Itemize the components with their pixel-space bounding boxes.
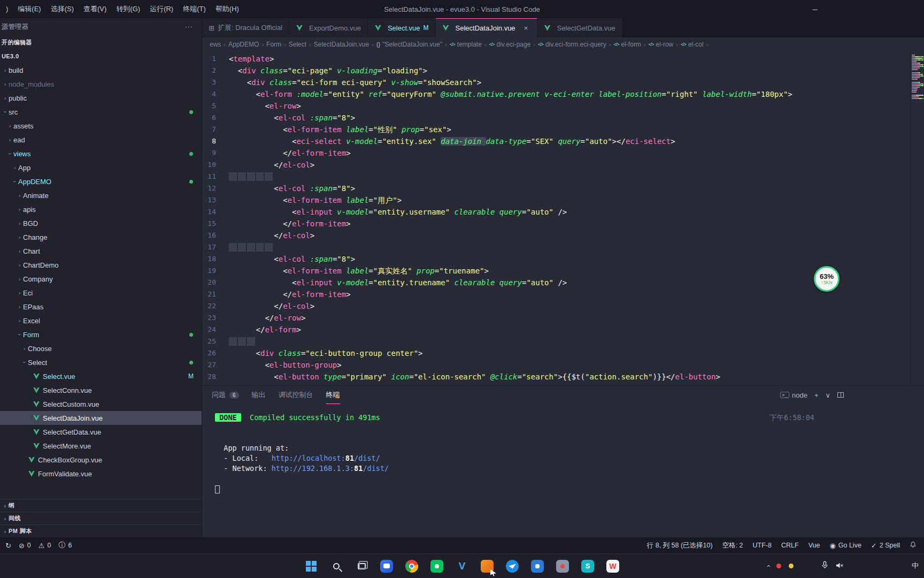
breadcrumb-item[interactable]: </>template <box>450 41 482 48</box>
tree-item-CheckBoxGroup.vue[interactable]: CheckBoxGroup.vue <box>0 453 202 467</box>
breadcrumb-item[interactable]: </>el-form <box>614 41 641 48</box>
panel-tab-终端[interactable]: 终端 <box>326 386 340 404</box>
menu-item[interactable]: 选择(S) <box>46 0 79 18</box>
tree-item-Select[interactable]: ›Select <box>0 355 202 369</box>
taskbar-button-search[interactable] <box>326 556 346 576</box>
breadcrumb-item[interactable]: {}"SelectDataJoin.vue" <box>376 41 442 48</box>
taskbar-button-task-view[interactable] <box>351 556 372 576</box>
minimize-button[interactable]: ─ <box>803 0 827 18</box>
taskbar-button-capture-tool[interactable] <box>477 556 497 576</box>
status-item-0[interactable]: ⊘0 <box>19 542 31 550</box>
tab-ExportDemo.vue[interactable]: ExportDemo.vue <box>289 18 368 37</box>
status-item-行 8, 列 58 (已选择10)[interactable]: 行 8, 列 58 (已选择10) <box>647 541 713 550</box>
tree-item-ChartDemo[interactable]: ›ChartDemo <box>0 258 202 272</box>
status-item-CRLF[interactable]: CRLF <box>781 542 799 549</box>
tree-item-Change[interactable]: ›Change <box>0 230 202 244</box>
taskbar-button-vscode[interactable]: V <box>452 556 472 576</box>
menu-item[interactable]: 编辑(E) <box>13 0 45 18</box>
menu-item[interactable]: 终端(T) <box>178 0 211 18</box>
tree-item-views[interactable]: ›views <box>0 147 202 161</box>
status-item-2 Spell[interactable]: ✓2 Spell <box>871 542 900 550</box>
tree-item-assets[interactable]: ›assets <box>0 119 202 133</box>
tree-item-public[interactable]: ›public <box>0 91 202 105</box>
status-item-0[interactable]: ⚠0 <box>38 542 51 550</box>
panel-tab-调试控制台[interactable]: 调试控制台 <box>279 386 313 404</box>
breadcrumb-item[interactable]: Select <box>289 41 306 48</box>
breadcrumb-item[interactable]: </>el-col <box>681 41 704 48</box>
tree-item-SelectCustom.vue[interactable]: SelectCustom.vue <box>0 397 202 411</box>
breadcrumb-item[interactable]: </>div.eci-form.eci-query <box>538 41 606 48</box>
tree-item-Form[interactable]: ›Form <box>0 328 202 341</box>
taskbar-button-start[interactable] <box>301 556 321 576</box>
tree-item-Animate[interactable]: ›Animate <box>0 188 202 202</box>
tree-item-Excel[interactable]: ›Excel <box>0 314 202 328</box>
tree-item-BGD[interactable]: ›BGD <box>0 216 202 230</box>
panel-tab-问题[interactable]: 问题6 <box>212 386 239 404</box>
panel-tab-输出[interactable]: 输出 <box>252 386 266 404</box>
taskbar-button-app-teal[interactable]: S <box>578 556 598 576</box>
taskbar-button-wps[interactable]: W <box>603 556 623 576</box>
breadcrumb-item[interactable]: </>el-row <box>649 41 674 48</box>
tree-item-SelectDataJoin.vue[interactable]: SelectDataJoin.vue <box>0 411 202 425</box>
sidebar-section-纲[interactable]: ›纲 <box>0 499 202 512</box>
status-item-6[interactable]: ⓘ6 <box>58 541 72 550</box>
tab-SelectDataJoin.vue[interactable]: SelectDataJoin.vue× <box>436 18 537 37</box>
breadcrumb-item[interactable]: Form <box>266 41 281 48</box>
sidebar-section-间线[interactable]: ›间线 <box>0 512 202 524</box>
tree-item-App[interactable]: ›App <box>0 161 202 174</box>
network-speed-badge[interactable]: 63% ↑3K/s <box>814 266 840 292</box>
taskbar-button-app-blue[interactable] <box>527 556 548 576</box>
tab-扩展: Dracula Official[interactable]: ⊞扩展: Dracula Official <box>202 18 289 37</box>
status-item-Vue[interactable]: Vue <box>808 542 820 549</box>
workspace-section[interactable]: UE3.0 <box>0 49 202 63</box>
breadcrumb-item[interactable]: </>div.eci-page <box>489 41 531 48</box>
ime-indicator[interactable]: 中 <box>912 561 919 571</box>
tree-item-build[interactable]: ›build <box>0 63 202 77</box>
status-item-bell-icon[interactable] <box>910 541 917 550</box>
taskbar-button-wechat-devtools[interactable] <box>427 556 447 576</box>
editor[interactable]: 1<template>2 <div class="eci-page" v-loa… <box>202 51 924 385</box>
menu-item[interactable]: 查看(V) <box>79 0 111 18</box>
tree-item-SelectMore.vue[interactable]: SelectMore.vue <box>0 439 202 453</box>
tray-red-dot-icon[interactable] <box>776 564 781 568</box>
taskbar-button-chat[interactable] <box>376 556 397 576</box>
code-area[interactable]: 1<template>2 <div class="eci-page" v-loa… <box>202 51 910 385</box>
tree-item-Eci[interactable]: ›Eci <box>0 286 202 300</box>
taskbar-button-app-grey[interactable] <box>552 556 573 576</box>
split-terminal-button[interactable] <box>837 392 844 398</box>
tree-item-EPaas[interactable]: ›EPaas <box>0 300 202 314</box>
breadcrumb-item[interactable]: AppDEMO <box>228 41 259 48</box>
tree-item-FormValidate.vue[interactable]: FormValidate.vue <box>0 467 202 481</box>
tree-item-apis[interactable]: ›apis <box>0 202 202 216</box>
tray-expand-icon[interactable]: › <box>764 565 772 567</box>
taskbar-button-dingtalk[interactable] <box>502 556 522 576</box>
tree-item-SelectGetData.vue[interactable]: SelectGetData.vue <box>0 425 202 439</box>
breadcrumb-item[interactable]: ews <box>210 41 221 48</box>
breadcrumb-item[interactable]: SelectDataJoin.vue <box>314 41 369 48</box>
close-tab-icon[interactable]: × <box>522 24 530 32</box>
microphone-icon[interactable] <box>821 561 828 571</box>
menu-item[interactable]: 帮助(H) <box>211 0 244 18</box>
status-item-UTF-8[interactable]: UTF-8 <box>753 542 772 549</box>
tree-item-Chart[interactable]: ›Chart <box>0 244 202 258</box>
menu-item[interactable]: 转到(G) <box>111 0 145 18</box>
tree-item-node_modules[interactable]: ›node_modules <box>0 77 202 91</box>
open-editors-section[interactable]: 开的编辑器 <box>0 35 202 49</box>
menu-item[interactable]: ) <box>1 0 13 18</box>
tree-item-Select.vue[interactable]: Select.vueM <box>0 369 202 383</box>
terminal-output[interactable]: 下午6:58:04 DONE Compiled successfully in … <box>202 404 924 537</box>
status-item-sync-icon[interactable]: ↻ <box>5 542 11 550</box>
tree-item-SelectConn.vue[interactable]: SelectConn.vue <box>0 383 202 397</box>
tray-yellow-dot-icon[interactable] <box>789 564 794 568</box>
tab-Select.vue[interactable]: Select.vueM <box>368 18 436 37</box>
tree-item-src[interactable]: ›src <box>0 105 202 119</box>
tab-SelectGetData.vue[interactable]: SelectGetData.vue <box>537 18 622 37</box>
tree-item-Company[interactable]: ›Company <box>0 272 202 286</box>
sidebar-section-PM 脚本[interactable]: ›PM 脚本 <box>0 524 202 537</box>
tree-item-ead[interactable]: ›ead <box>0 133 202 147</box>
tree-item-AppDEMO[interactable]: ›AppDEMO <box>0 174 202 188</box>
tree-item-Choose[interactable]: ›Choose <box>0 341 202 355</box>
more-actions-icon[interactable]: ··· <box>185 23 194 31</box>
minimap[interactable] <box>910 51 924 385</box>
terminal-shell-select[interactable]: >_node <box>780 391 807 399</box>
